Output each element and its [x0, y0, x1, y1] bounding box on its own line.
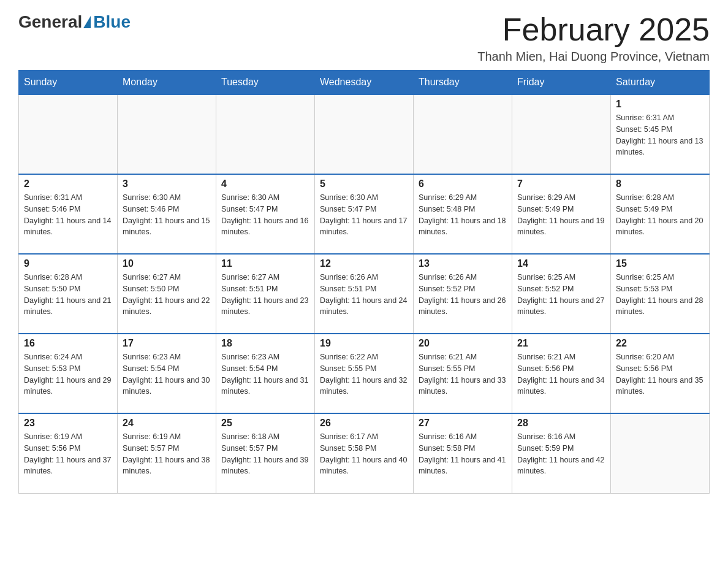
calendar-week-5: 23Sunrise: 6:19 AM Sunset: 5:56 PM Dayli…: [19, 413, 710, 493]
day-info: Sunrise: 6:17 AM Sunset: 5:58 PM Dayligh…: [320, 431, 408, 477]
table-row: [611, 413, 710, 493]
day-info: Sunrise: 6:24 AM Sunset: 5:53 PM Dayligh…: [24, 351, 112, 397]
table-row: 27Sunrise: 6:16 AM Sunset: 5:58 PM Dayli…: [414, 413, 512, 493]
page-header: General Blue February 2025 Thanh Mien, H…: [18, 12, 710, 64]
header-thursday: Thursday: [414, 71, 512, 95]
day-info: Sunrise: 6:21 AM Sunset: 5:56 PM Dayligh…: [517, 351, 605, 397]
table-row: 15Sunrise: 6:25 AM Sunset: 5:53 PM Dayli…: [611, 254, 710, 334]
day-info: Sunrise: 6:23 AM Sunset: 5:54 PM Dayligh…: [123, 351, 211, 397]
day-number: 1: [616, 99, 704, 110]
logo: General Blue: [18, 12, 131, 32]
day-info: Sunrise: 6:30 AM Sunset: 5:46 PM Dayligh…: [123, 192, 211, 238]
day-number: 8: [616, 178, 704, 190]
table-row: 24Sunrise: 6:19 AM Sunset: 5:57 PM Dayli…: [118, 413, 216, 493]
table-row: 7Sunrise: 6:29 AM Sunset: 5:49 PM Daylig…: [512, 174, 611, 254]
day-info: Sunrise: 6:25 AM Sunset: 5:53 PM Dayligh…: [616, 272, 704, 318]
day-number: 22: [616, 338, 704, 349]
day-number: 28: [517, 418, 605, 429]
header-friday: Friday: [512, 71, 611, 95]
day-info: Sunrise: 6:27 AM Sunset: 5:51 PM Dayligh…: [221, 272, 309, 318]
table-row: 18Sunrise: 6:23 AM Sunset: 5:54 PM Dayli…: [216, 334, 315, 413]
header-sunday: Sunday: [19, 71, 118, 95]
day-info: Sunrise: 6:18 AM Sunset: 5:57 PM Dayligh…: [221, 431, 309, 477]
day-info: Sunrise: 6:30 AM Sunset: 5:47 PM Dayligh…: [320, 192, 408, 238]
location-subtitle: Thanh Mien, Hai Duong Province, Vietnam: [477, 50, 710, 64]
table-row: [216, 94, 315, 174]
day-info: Sunrise: 6:29 AM Sunset: 5:48 PM Dayligh…: [419, 192, 507, 238]
calendar-week-4: 16Sunrise: 6:24 AM Sunset: 5:53 PM Dayli…: [19, 334, 710, 413]
weekday-header-row: Sunday Monday Tuesday Wednesday Thursday…: [19, 71, 710, 95]
logo-blue-text: Blue: [93, 12, 131, 32]
table-row: 14Sunrise: 6:25 AM Sunset: 5:52 PM Dayli…: [512, 254, 611, 334]
day-number: 5: [320, 178, 408, 190]
table-row: 9Sunrise: 6:28 AM Sunset: 5:50 PM Daylig…: [19, 254, 118, 334]
day-info: Sunrise: 6:26 AM Sunset: 5:51 PM Dayligh…: [320, 272, 408, 318]
logo-triangle-icon: [83, 16, 91, 28]
day-info: Sunrise: 6:30 AM Sunset: 5:47 PM Dayligh…: [221, 192, 309, 238]
day-number: 20: [419, 338, 507, 349]
header-wednesday: Wednesday: [315, 71, 414, 95]
day-info: Sunrise: 6:31 AM Sunset: 5:46 PM Dayligh…: [24, 192, 112, 238]
day-info: Sunrise: 6:29 AM Sunset: 5:49 PM Dayligh…: [517, 192, 605, 238]
day-info: Sunrise: 6:27 AM Sunset: 5:50 PM Dayligh…: [123, 272, 211, 318]
table-row: 26Sunrise: 6:17 AM Sunset: 5:58 PM Dayli…: [315, 413, 414, 493]
day-number: 10: [123, 258, 211, 269]
table-row: 3Sunrise: 6:30 AM Sunset: 5:46 PM Daylig…: [118, 174, 216, 254]
table-row: [512, 94, 611, 174]
table-row: 6Sunrise: 6:29 AM Sunset: 5:48 PM Daylig…: [414, 174, 512, 254]
table-row: 13Sunrise: 6:26 AM Sunset: 5:52 PM Dayli…: [414, 254, 512, 334]
day-number: 7: [517, 178, 605, 190]
day-number: 18: [221, 338, 309, 349]
day-number: 21: [517, 338, 605, 349]
day-number: 6: [419, 178, 507, 190]
day-info: Sunrise: 6:20 AM Sunset: 5:56 PM Dayligh…: [616, 351, 704, 397]
table-row: 16Sunrise: 6:24 AM Sunset: 5:53 PM Dayli…: [19, 334, 118, 413]
month-title: February 2025: [477, 12, 710, 47]
header-tuesday: Tuesday: [216, 71, 315, 95]
day-number: 14: [517, 258, 605, 269]
day-number: 17: [123, 338, 211, 349]
calendar-table: Sunday Monday Tuesday Wednesday Thursday…: [18, 70, 710, 494]
table-row: [118, 94, 216, 174]
logo-general-text: General: [18, 12, 82, 32]
day-info: Sunrise: 6:25 AM Sunset: 5:52 PM Dayligh…: [517, 272, 605, 318]
day-info: Sunrise: 6:21 AM Sunset: 5:55 PM Dayligh…: [419, 351, 507, 397]
table-row: 10Sunrise: 6:27 AM Sunset: 5:50 PM Dayli…: [118, 254, 216, 334]
day-number: 3: [123, 178, 211, 190]
table-row: 28Sunrise: 6:16 AM Sunset: 5:59 PM Dayli…: [512, 413, 611, 493]
day-number: 2: [24, 178, 112, 190]
day-number: 4: [221, 178, 309, 190]
table-row: 19Sunrise: 6:22 AM Sunset: 5:55 PM Dayli…: [315, 334, 414, 413]
table-row: 17Sunrise: 6:23 AM Sunset: 5:54 PM Dayli…: [118, 334, 216, 413]
header-monday: Monday: [118, 71, 216, 95]
table-row: 4Sunrise: 6:30 AM Sunset: 5:47 PM Daylig…: [216, 174, 315, 254]
day-number: 16: [24, 338, 112, 349]
table-row: [414, 94, 512, 174]
table-row: 11Sunrise: 6:27 AM Sunset: 5:51 PM Dayli…: [216, 254, 315, 334]
day-info: Sunrise: 6:28 AM Sunset: 5:49 PM Dayligh…: [616, 192, 704, 238]
day-info: Sunrise: 6:19 AM Sunset: 5:57 PM Dayligh…: [123, 431, 211, 477]
day-info: Sunrise: 6:23 AM Sunset: 5:54 PM Dayligh…: [221, 351, 309, 397]
day-number: 15: [616, 258, 704, 269]
day-number: 25: [221, 418, 309, 429]
calendar-week-1: 1Sunrise: 6:31 AM Sunset: 5:45 PM Daylig…: [19, 94, 710, 174]
calendar-week-2: 2Sunrise: 6:31 AM Sunset: 5:46 PM Daylig…: [19, 174, 710, 254]
day-info: Sunrise: 6:26 AM Sunset: 5:52 PM Dayligh…: [419, 272, 507, 318]
day-info: Sunrise: 6:31 AM Sunset: 5:45 PM Dayligh…: [616, 112, 704, 158]
day-number: 11: [221, 258, 309, 269]
table-row: 1Sunrise: 6:31 AM Sunset: 5:45 PM Daylig…: [611, 94, 710, 174]
table-row: [19, 94, 118, 174]
day-number: 23: [24, 418, 112, 429]
table-row: 22Sunrise: 6:20 AM Sunset: 5:56 PM Dayli…: [611, 334, 710, 413]
day-number: 13: [419, 258, 507, 269]
day-number: 24: [123, 418, 211, 429]
day-info: Sunrise: 6:22 AM Sunset: 5:55 PM Dayligh…: [320, 351, 408, 397]
table-row: 21Sunrise: 6:21 AM Sunset: 5:56 PM Dayli…: [512, 334, 611, 413]
table-row: 8Sunrise: 6:28 AM Sunset: 5:49 PM Daylig…: [611, 174, 710, 254]
table-row: 20Sunrise: 6:21 AM Sunset: 5:55 PM Dayli…: [414, 334, 512, 413]
day-info: Sunrise: 6:16 AM Sunset: 5:59 PM Dayligh…: [517, 431, 605, 477]
table-row: 5Sunrise: 6:30 AM Sunset: 5:47 PM Daylig…: [315, 174, 414, 254]
table-row: [315, 94, 414, 174]
calendar-week-3: 9Sunrise: 6:28 AM Sunset: 5:50 PM Daylig…: [19, 254, 710, 334]
day-number: 26: [320, 418, 408, 429]
